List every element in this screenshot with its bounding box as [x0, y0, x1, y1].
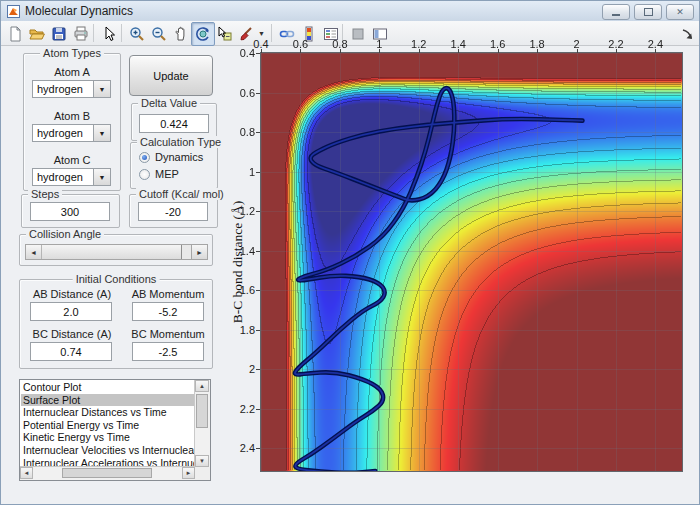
ab-momentum-label: AB Momentum — [132, 288, 205, 300]
x-tick-mark — [340, 49, 341, 53]
matlab-membrane-icon — [8, 6, 19, 17]
list-item[interactable]: Internuclear Velocities vs Internuclear … — [21, 444, 194, 457]
cutoff-title: Cutoff (Kcal/ mol) — [136, 188, 227, 200]
delta-value-title: Delta Value — [138, 97, 200, 109]
scroll-down-icon[interactable]: ▼ — [195, 455, 209, 467]
bc-momentum-field[interactable]: -2.5 — [132, 342, 204, 361]
initial-conditions-title: Initial Conditions — [73, 273, 160, 285]
figure-canvas-area: Atom Types Atom A hydrogen ▼ Atom B hydr… — [1, 46, 700, 505]
chevron-down-icon[interactable]: ▼ — [93, 125, 110, 141]
close-button[interactable]: ✕ — [666, 4, 694, 20]
y-axis-label: B-C bond distance (Å) — [230, 201, 246, 324]
vscroll-thumb[interactable] — [196, 394, 208, 428]
slider-thumb[interactable] — [41, 245, 182, 259]
bc-distance-label: BC Distance (A) — [33, 328, 112, 340]
list-item[interactable]: Internuclear Accelerations vs Internucle… — [21, 457, 194, 466]
steps-field[interactable]: 300 — [30, 202, 110, 221]
ab-momentum-field[interactable]: -5.2 — [132, 302, 204, 321]
brush-dropdown-caret[interactable]: ▼ — [258, 30, 265, 37]
scroll-right-icon[interactable]: ► — [182, 467, 195, 479]
dynamics-radio-label: Dynamics — [155, 151, 203, 163]
window-title: Molecular Dynamics — [25, 4, 133, 18]
dynamics-radio[interactable]: Dynamics — [139, 151, 203, 163]
scroll-left-icon[interactable]: ◄ — [20, 467, 33, 479]
atom-c-value: hydrogen — [37, 171, 83, 183]
plot-type-listbox[interactable]: Contour PlotSurface PlotInternuclear Dis… — [19, 379, 211, 481]
x-tick-mark — [616, 49, 617, 53]
atom-a-dropdown[interactable]: hydrogen ▼ — [32, 80, 111, 98]
title-bar[interactable]: Molecular Dynamics ✕ — [1, 1, 699, 22]
y-tick-mark — [256, 409, 260, 410]
slider-right-arrow[interactable]: ► — [191, 245, 207, 259]
y-tick-mark — [256, 448, 260, 449]
atom-b-dropdown[interactable]: hydrogen ▼ — [32, 124, 111, 142]
list-item[interactable]: Internuclear Distances vs Time — [21, 406, 194, 419]
steps-panel: Steps 300 — [21, 194, 120, 228]
pointer-icon[interactable] — [97, 22, 121, 46]
dock-figure-arrow-icon[interactable] — [682, 26, 693, 44]
y-tick-label: 1.8 — [225, 324, 255, 336]
maximize-button[interactable] — [634, 4, 662, 20]
steps-title: Steps — [28, 188, 62, 200]
collision-angle-slider[interactable]: ◄ ► — [25, 244, 208, 260]
pan-icon[interactable] — [169, 22, 193, 46]
collision-angle-title: Collision Angle — [26, 228, 104, 240]
x-tick-mark — [537, 49, 538, 53]
potential-energy-surface-plot[interactable] — [260, 52, 683, 472]
listbox-vertical-scrollbar[interactable]: ▲ ▼ — [194, 380, 210, 467]
y-tick-mark — [256, 330, 260, 331]
radio-icon[interactable] — [139, 169, 150, 180]
hscroll-thumb[interactable] — [62, 468, 152, 478]
listbox-horizontal-scrollbar[interactable]: ◄ ► — [20, 466, 195, 480]
bc-distance-field[interactable]: 0.74 — [30, 342, 112, 361]
bc-momentum-label: BC Momentum — [131, 328, 204, 340]
x-tick-mark — [300, 49, 301, 53]
collision-angle-panel: Collision Angle ◄ ► — [19, 234, 213, 266]
cutoff-field[interactable]: -20 — [138, 202, 208, 221]
y-tick-label: 2 — [225, 363, 255, 375]
atom-c-label: Atom C — [54, 154, 91, 166]
atom-types-panel: Atom Types Atom A hydrogen ▼ Atom B hydr… — [23, 53, 121, 191]
scrollbar-corner — [195, 467, 210, 480]
calculation-type-panel: Calculation Type Dynamics MEP — [130, 142, 218, 189]
radio-icon[interactable] — [139, 152, 150, 163]
scroll-up-icon[interactable]: ▲ — [195, 380, 209, 392]
update-button[interactable]: Update — [129, 55, 213, 96]
mep-radio-label: MEP — [155, 168, 179, 180]
y-tick-label: 1 — [225, 166, 255, 178]
y-tick-label: 1.6 — [225, 284, 255, 296]
delta-value-field[interactable]: 0.424 — [139, 114, 209, 133]
y-tick-label: 2.4 — [225, 442, 255, 454]
list-item[interactable]: Potential Energy vs Time — [21, 419, 194, 432]
atom-a-label: Atom A — [54, 66, 89, 78]
x-tick-mark — [458, 49, 459, 53]
print-icon[interactable] — [69, 22, 93, 46]
cutoff-panel: Cutoff (Kcal/ mol) -20 — [129, 194, 218, 228]
list-item[interactable]: Contour Plot — [21, 381, 194, 394]
y-tick-mark — [256, 93, 260, 94]
chevron-down-icon[interactable]: ▼ — [93, 169, 110, 185]
maximize-icon — [644, 8, 653, 16]
y-tick-label: 0.4 — [225, 47, 255, 59]
new-document-icon[interactable] — [3, 22, 27, 46]
zoom-out-icon[interactable] — [147, 22, 171, 46]
rotate-3d-icon[interactable] — [191, 22, 215, 46]
atom-types-title: Atom Types — [40, 47, 104, 59]
ab-distance-field[interactable]: 2.0 — [30, 302, 112, 321]
x-tick-mark — [261, 49, 262, 53]
y-tick-mark — [256, 251, 260, 252]
list-item[interactable]: Kinetic Energy vs Time — [21, 431, 194, 444]
atom-c-dropdown[interactable]: hydrogen ▼ — [32, 168, 111, 186]
list-item[interactable]: Surface Plot — [21, 394, 194, 407]
chevron-down-icon[interactable]: ▼ — [93, 81, 110, 97]
open-folder-icon[interactable] — [25, 22, 49, 46]
data-cursor-icon[interactable] — [213, 22, 237, 46]
minimize-button[interactable] — [602, 4, 630, 20]
mep-radio[interactable]: MEP — [139, 168, 179, 180]
y-tick-mark — [256, 172, 260, 173]
zoom-in-icon[interactable] — [125, 22, 149, 46]
ab-distance-label: AB Distance (A) — [33, 288, 111, 300]
atom-b-value: hydrogen — [37, 127, 83, 139]
save-icon[interactable] — [47, 22, 71, 46]
slider-left-arrow[interactable]: ◄ — [26, 245, 42, 259]
